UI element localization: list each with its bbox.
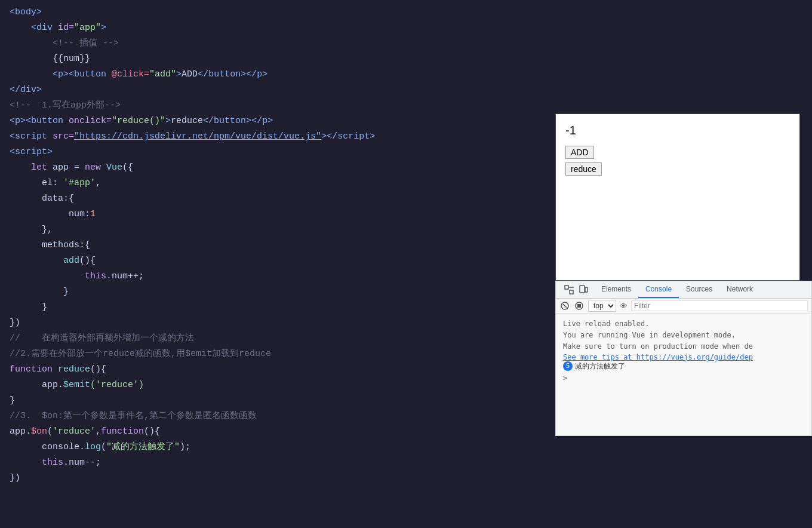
tab-elements[interactable]: Elements <box>594 281 638 298</box>
console-line-4[interactable]: See more tips at https://vuejs.org/guide… <box>563 353 804 361</box>
console-error-text: 减的方法触发了 <box>575 361 625 372</box>
code-line-7: <!-- 1.写在app外部--> <box>0 98 549 113</box>
tab-network[interactable]: Network <box>719 281 760 298</box>
device-icon[interactable] <box>577 284 589 296</box>
code-line-13: data:{ <box>0 191 549 207</box>
console-filter-input[interactable] <box>631 300 808 311</box>
code-line-11: let app = new Vue ({ <box>0 160 549 176</box>
code-line-26: } <box>0 393 549 409</box>
code-line-3: <!-- 插值 --> <box>0 36 549 51</box>
console-line-1: Live reload enabled. <box>563 318 804 330</box>
code-line-17: add (){ <box>0 253 549 269</box>
code-line-20: } <box>0 300 549 315</box>
code-line-27: //3. $on:第一个参数是事件名,第二个参数是匿名函数函数 <box>0 409 549 424</box>
code-line-10: <script> <box>0 145 549 160</box>
code-line-1: <body> <box>0 5 549 20</box>
preview-add-button[interactable]: ADD <box>565 146 594 159</box>
code-line-12: el: '#app' , <box>0 176 549 191</box>
svg-rect-1 <box>570 290 573 294</box>
svg-rect-8 <box>577 304 581 308</box>
code-line-6: </div> <box>0 82 549 98</box>
svg-rect-0 <box>565 286 568 289</box>
code-line-21: }) <box>0 315 549 331</box>
code-line-29: console. log ( "减的方法触发了" ); <box>0 440 549 455</box>
preview-reduce-button[interactable]: reduce <box>565 162 602 176</box>
svg-rect-3 <box>580 286 585 293</box>
console-line-5: 5 减的方法触发了 <box>563 361 804 372</box>
code-line-14: num: 1 <box>0 207 549 222</box>
code-line-16: methods:{ <box>0 238 549 253</box>
tab-console[interactable]: Console <box>638 281 679 298</box>
code-line-30: this .num--; <box>0 455 549 471</box>
devtools-content: Live reload enabled. You are running Vue… <box>556 314 811 387</box>
code-line-19: } <box>0 284 549 300</box>
code-line-22: // 在构造器外部再额外增加一个减的方法 <box>0 331 549 346</box>
clear-console-icon[interactable] <box>559 300 570 311</box>
code-line-28: app. $on ( 'reduce' , function (){ <box>0 424 549 440</box>
devtools-panel: Elements Console Sources Network top 👁 L… <box>555 281 812 436</box>
preview-panel: -1 ADD reduce <box>555 113 800 281</box>
code-line-15: }, <box>0 222 549 238</box>
code-line-31: }) <box>0 471 549 486</box>
code-line-25: app. $emit ('reduce') <box>0 377 549 393</box>
eye-icon[interactable]: 👁 <box>620 302 628 311</box>
code-line-2: <div id= "app" > <box>0 20 549 36</box>
console-line-3: Make sure to turn on production mode whe… <box>563 341 804 352</box>
code-line-9: <script src= "https://cdn.jsdelivr.net/n… <box>0 129 549 145</box>
code-line-18: this .num++; <box>0 269 549 284</box>
console-line-2: You are running Vue in development mode. <box>563 330 804 341</box>
code-line-24: function reduce (){ <box>0 362 549 377</box>
svg-rect-4 <box>585 287 588 292</box>
preview-number: -1 <box>556 114 799 142</box>
context-select[interactable]: top <box>588 300 616 312</box>
stop-icon[interactable] <box>574 300 585 311</box>
devtools-tab-bar: Elements Console Sources Network <box>556 281 811 299</box>
tag-body-open: <body> <box>10 5 42 20</box>
code-line-23: //2.需要在外部放一个reduce减的函数,用$emit加载到reduce <box>0 346 549 362</box>
code-line-4: {{num}} <box>0 51 549 67</box>
svg-line-6 <box>563 304 567 308</box>
tab-sources[interactable]: Sources <box>679 281 719 298</box>
inspector-icon[interactable] <box>563 284 575 296</box>
console-prompt[interactable]: > <box>563 374 804 382</box>
code-line-8: <p> <button onclick= "reduce()" > reduce… <box>0 113 549 129</box>
code-editor: <body> <div id= "app" > <!-- 插值 --> {{nu… <box>0 0 549 528</box>
code-line-5: <p> <button @click= "add" > ADD </button… <box>0 67 549 82</box>
devtools-icon-area <box>558 281 594 298</box>
badge-icon: 5 <box>563 361 573 371</box>
devtools-toolbar: top 👁 <box>556 299 811 314</box>
